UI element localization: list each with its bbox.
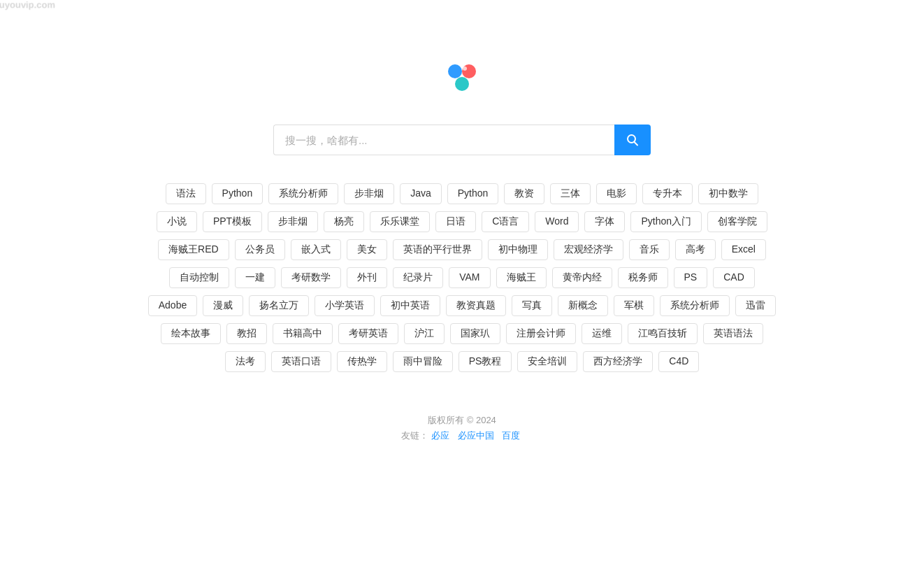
tag-item[interactable]: 小学英语	[315, 295, 375, 316]
tag-item[interactable]: 纪录片	[393, 267, 443, 288]
tag-item[interactable]: 日语	[435, 211, 476, 232]
tag-item[interactable]: 高考	[675, 239, 716, 260]
tag-item[interactable]: 考研数学	[281, 267, 341, 288]
tag-item[interactable]: 注册会计师	[506, 323, 576, 344]
search-button[interactable]	[614, 125, 651, 155]
tag-item[interactable]: 江鸣百技斩	[628, 323, 698, 344]
tag-item[interactable]: 一建	[235, 267, 275, 288]
logo-icon	[440, 56, 484, 101]
tag-item[interactable]: 英语语法	[703, 323, 763, 344]
tag-item[interactable]: 初中数学	[698, 183, 758, 204]
tag-item[interactable]: 税务师	[618, 267, 668, 288]
tag-item[interactable]: 军棋	[614, 295, 654, 316]
tag-item[interactable]: VAM	[449, 267, 490, 288]
tag-item[interactable]: 外刊	[347, 267, 387, 288]
tag-item[interactable]: 美女	[347, 239, 387, 260]
tag-item[interactable]: 海贼王	[496, 267, 547, 288]
tag-item[interactable]: 嵌入式	[291, 239, 341, 260]
tag-item[interactable]: 法考	[225, 351, 266, 372]
tag-item[interactable]: 沪江	[404, 323, 445, 344]
tag-item[interactable]: 系统分析师	[660, 295, 730, 316]
tag-item[interactable]: 系统分析师	[268, 183, 338, 204]
tag-item[interactable]: 黄帝内经	[552, 267, 612, 288]
tag-item[interactable]: 书籍高中	[273, 323, 333, 344]
footer-link[interactable]: 必应	[431, 430, 449, 441]
footer-link-separator	[452, 430, 455, 441]
tag-item[interactable]: 新概念	[558, 295, 608, 316]
tag-item[interactable]: 传热学	[337, 351, 387, 372]
tag-item[interactable]: PPT模板	[203, 211, 262, 232]
footer-link[interactable]: 必应中国	[458, 430, 494, 441]
tag-item[interactable]: 步非烟	[268, 211, 318, 232]
tag-item[interactable]: 三体	[550, 183, 591, 204]
tag-item[interactable]: 创客学院	[707, 211, 767, 232]
tag-item[interactable]: Word	[535, 211, 579, 232]
tag-item[interactable]: 安全培训	[517, 351, 577, 372]
tag-item[interactable]: 英语的平行世界	[393, 239, 482, 260]
tag-item[interactable]: 教资	[504, 183, 544, 204]
search-bar	[273, 125, 651, 155]
tag-item[interactable]: 迅雷	[735, 295, 776, 316]
tag-item[interactable]: 乐乐课堂	[370, 211, 430, 232]
tag-item[interactable]: Excel	[721, 239, 766, 260]
tag-item[interactable]: 漫威	[203, 295, 243, 316]
tag-item[interactable]: 初中英语	[380, 295, 440, 316]
svg-line-5	[635, 142, 638, 145]
footer-links: 友链：必应 必应中国 百度	[401, 429, 523, 442]
tag-item[interactable]: CAD	[713, 267, 755, 288]
tag-item[interactable]: 雨中冒险	[393, 351, 453, 372]
tag-item[interactable]: 扬名立万	[249, 295, 309, 316]
footer: 版权所有 © 2024 友链：必应 必应中国 百度	[401, 414, 523, 442]
main-container: 语法Python系统分析师步非烟JavaPython教资三体电影专升本初中数学小…	[0, 0, 924, 442]
tag-item[interactable]: PS	[674, 267, 708, 288]
tag-item[interactable]: 步非烟	[344, 183, 394, 204]
tag-item[interactable]: 杨亮	[324, 211, 364, 232]
tag-item[interactable]: Python入门	[630, 211, 702, 232]
svg-point-2	[455, 77, 469, 91]
tag-item[interactable]: 电影	[596, 183, 637, 204]
tag-item[interactable]: 教招	[226, 323, 267, 344]
tag-item[interactable]: 西方经济学	[583, 351, 653, 372]
copyright-text: 版权所有 © 2024	[401, 414, 523, 427]
tag-item[interactable]: 语法	[166, 183, 206, 204]
tag-item[interactable]: Python	[447, 183, 499, 204]
svg-point-0	[448, 64, 462, 78]
tag-item[interactable]: 自动控制	[169, 267, 229, 288]
logo-area	[440, 56, 484, 104]
tag-item[interactable]: 字体	[584, 211, 625, 232]
tag-item[interactable]: 国家玐	[450, 323, 500, 344]
search-icon	[626, 133, 640, 147]
tag-item[interactable]: 英语口语	[271, 351, 331, 372]
tag-item[interactable]: 音乐	[629, 239, 670, 260]
tags-area: 语法Python系统分析师步非烟JavaPython教资三体电影专升本初中数学小…	[147, 183, 777, 372]
tag-item[interactable]: 运维	[582, 323, 622, 344]
tag-item[interactable]: 专升本	[642, 183, 693, 204]
tag-item[interactable]: Java	[400, 183, 442, 204]
tag-item[interactable]: 考研英语	[338, 323, 398, 344]
tag-item[interactable]: 海贼王RED	[158, 239, 229, 260]
footer-links-label: 友链：	[401, 430, 428, 441]
tag-item[interactable]: 公务员	[235, 239, 285, 260]
tag-item[interactable]: 宏观经济学	[554, 239, 623, 260]
svg-point-3	[463, 66, 467, 71]
tag-item[interactable]: 教资真题	[446, 295, 506, 316]
tag-item[interactable]: Adobe	[148, 295, 197, 316]
tag-item[interactable]: C4D	[658, 351, 699, 372]
footer-link-separator	[497, 430, 500, 441]
tag-item[interactable]: 写真	[512, 295, 552, 316]
tag-item[interactable]: 小说	[157, 211, 197, 232]
svg-point-1	[462, 64, 476, 78]
tag-item[interactable]: 绘本故事	[161, 323, 221, 344]
tag-item[interactable]: Python	[212, 183, 264, 204]
search-input[interactable]	[273, 125, 614, 155]
tag-item[interactable]: 初中物理	[488, 239, 548, 260]
footer-link[interactable]: 百度	[502, 430, 520, 441]
tag-item[interactable]: PS教程	[459, 351, 512, 372]
tag-item[interactable]: C语言	[482, 211, 529, 232]
